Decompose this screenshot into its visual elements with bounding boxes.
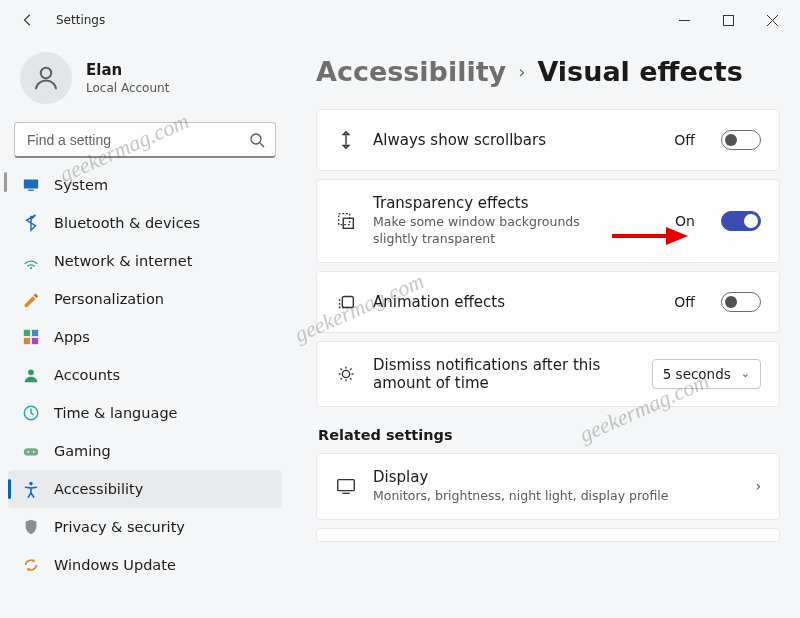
sidebar-item-label: Privacy & security [54,519,185,535]
dropdown-value: 5 seconds [663,366,731,382]
setting-title: Dismiss notifications after this amount … [373,356,613,392]
related-title: Display [373,468,739,486]
privacy-icon [22,518,40,536]
network-icon [22,252,40,270]
avatar [20,52,72,104]
toggle-state-label: On [675,213,695,229]
svg-rect-20 [339,214,350,225]
display-icon [335,475,357,497]
svg-line-6 [260,143,264,147]
scrollbars-toggle[interactable] [721,130,761,150]
profile-subtitle: Local Account [86,81,169,95]
svg-rect-13 [32,338,38,344]
related-row-partial[interactable] [316,528,780,542]
setting-row-animation: Animation effects Off [316,271,780,333]
sidebar-item-gaming[interactable]: Gaming [8,432,282,470]
accessibility-icon [22,480,40,498]
sidebar-item-label: Network & internet [54,253,192,269]
profile-block[interactable]: Elan Local Account [8,40,282,122]
svg-rect-1 [723,15,733,25]
titlebar: Settings [0,0,800,40]
apps-icon [22,328,40,346]
scrollbar-icon [335,129,357,151]
maximize-button[interactable] [706,0,750,40]
svg-point-9 [30,267,32,269]
svg-point-17 [27,451,29,453]
sidebar-item-system[interactable]: System [8,166,282,204]
page-title: Visual effects [537,56,742,87]
main-panel: Accessibility › Visual effects Always sh… [300,46,800,550]
gaming-icon [22,442,40,460]
sidebar-item-personalization[interactable]: Personalization [8,280,282,318]
sidebar-item-label: Accounts [54,367,120,383]
setting-title: Animation effects [373,293,658,311]
profile-name: Elan [86,61,169,79]
notification-timeout-dropdown[interactable]: 5 seconds ⌄ [652,359,761,389]
svg-point-14 [28,369,34,375]
setting-row-transparency: Transparency effects Make some window ba… [316,179,780,263]
sidebar-item-label: Accessibility [54,481,143,497]
notification-timer-icon [335,363,357,385]
animation-toggle[interactable] [721,292,761,312]
back-button[interactable] [8,0,48,40]
close-button[interactable] [750,0,794,40]
related-settings-heading: Related settings [318,427,780,443]
setting-row-scrollbars: Always show scrollbars Off [316,109,780,171]
sidebar-item-windows-update[interactable]: Windows Update [8,546,282,584]
sidebar-item-label: Windows Update [54,557,176,573]
breadcrumb: Accessibility › Visual effects [316,56,780,87]
transparency-toggle[interactable] [721,211,761,231]
nav-scrollbar-thumb[interactable] [4,172,7,192]
svg-rect-10 [24,330,30,336]
related-subtitle: Monitors, brightness, night light, displ… [373,488,739,505]
related-row-display[interactable]: Display Monitors, brightness, night ligh… [316,453,780,520]
personalization-icon [22,290,40,308]
time-language-icon [22,404,40,422]
chevron-down-icon: ⌄ [741,367,750,380]
sidebar-item-accessibility[interactable]: Accessibility [8,470,282,508]
sidebar-item-bluetooth[interactable]: Bluetooth & devices [8,204,282,242]
svg-rect-24 [338,480,355,491]
sidebar-item-time-language[interactable]: Time & language [8,394,282,432]
setting-subtitle: Make some window backgrounds slightly tr… [373,214,603,248]
toggle-state-label: Off [674,294,695,310]
setting-title: Always show scrollbars [373,131,658,149]
sidebar-item-label: Time & language [54,405,178,421]
sidebar-item-label: Bluetooth & devices [54,215,200,231]
animation-icon [335,291,357,313]
svg-point-4 [41,68,52,79]
sidebar-item-accounts[interactable]: Accounts [8,356,282,394]
svg-rect-11 [32,330,38,336]
svg-point-18 [33,451,35,453]
system-icon [22,176,40,194]
svg-rect-22 [342,296,353,307]
svg-rect-21 [343,218,353,228]
sidebar-item-apps[interactable]: Apps [8,318,282,356]
breadcrumb-parent[interactable]: Accessibility [316,56,506,87]
setting-row-notification-timeout: Dismiss notifications after this amount … [316,341,780,407]
minimize-button[interactable] [662,0,706,40]
setting-title: Transparency effects [373,194,659,212]
sidebar-nav: System Bluetooth & devices Network & int… [8,166,282,584]
sidebar-item-privacy[interactable]: Privacy & security [8,508,282,546]
search-box[interactable] [14,122,276,158]
svg-point-5 [251,134,261,144]
svg-rect-7 [24,180,38,189]
accounts-icon [22,366,40,384]
sidebar-panel: Elan Local Account System Bluetooth & de… [0,40,290,584]
chevron-right-icon: › [755,478,761,494]
transparency-icon [335,210,357,232]
toggle-state-label: Off [674,132,695,148]
search-input[interactable] [25,131,249,149]
sidebar-item-label: Personalization [54,291,164,307]
window-title: Settings [56,13,105,27]
bluetooth-icon [22,214,40,232]
sidebar-item-label: Apps [54,329,90,345]
windows-update-icon [22,556,40,574]
search-icon [249,132,265,148]
svg-point-19 [29,482,33,486]
svg-point-23 [342,370,349,377]
svg-rect-12 [24,338,30,344]
sidebar-item-network[interactable]: Network & internet [8,242,282,280]
chevron-right-icon: › [518,61,525,82]
